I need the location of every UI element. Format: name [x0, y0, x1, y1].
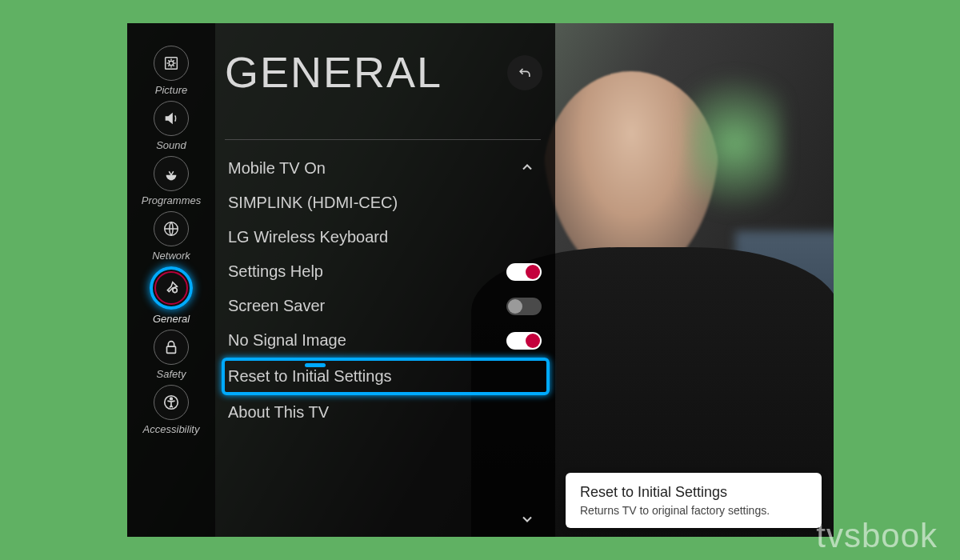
setting-label: About This TV — [228, 403, 329, 422]
setting-about-this-tv[interactable]: About This TV — [222, 395, 550, 430]
general-icon — [150, 266, 193, 310]
screen-saver-toggle[interactable] — [506, 298, 542, 315]
sidebar-item-accessibility[interactable]: Accessibility — [127, 385, 215, 435]
no-signal-image-toggle[interactable] — [506, 332, 542, 350]
sidebar-item-picture[interactable]: Picture — [127, 46, 215, 96]
sidebar-item-label: Network — [152, 250, 190, 262]
svg-point-7 — [170, 398, 173, 400]
sidebar-item-label: Picture — [155, 84, 187, 96]
sidebar-item-programmes[interactable]: Programmes — [127, 156, 215, 206]
svg-point-4 — [173, 288, 178, 293]
scroll-down-icon[interactable] — [519, 511, 535, 531]
sidebar-item-safety[interactable]: Safety — [127, 330, 215, 380]
sidebar-item-label: Sound — [156, 139, 186, 151]
sidebar-item-sound[interactable]: Sound — [127, 101, 215, 151]
sidebar-item-label: Accessibility — [143, 423, 200, 435]
svg-point-1 — [169, 61, 174, 66]
tv-screen: Picture Sound Programmes Network — [127, 23, 834, 537]
svg-rect-5 — [167, 346, 176, 353]
sidebar-item-network[interactable]: Network — [127, 211, 215, 262]
setting-mobile-tv-on[interactable]: Mobile TV On — [222, 151, 550, 186]
network-icon — [154, 211, 189, 246]
setting-label: SIMPLINK (HDMI-CEC) — [228, 194, 398, 212]
setting-simplink[interactable]: SIMPLINK (HDMI-CEC) — [222, 186, 550, 220]
settings-sidebar: Picture Sound Programmes Network — [127, 23, 215, 537]
divider — [225, 139, 541, 140]
tooltip: Reset to Initial Settings Returns TV to … — [566, 473, 822, 528]
setting-lg-wireless-keyboard[interactable]: LG Wireless Keyboard — [222, 220, 550, 254]
back-button[interactable] — [507, 55, 542, 90]
setting-label: No Signal Image — [228, 331, 346, 350]
setting-settings-help[interactable]: Settings Help — [222, 254, 550, 289]
setting-label: Mobile TV On — [228, 159, 326, 178]
lock-icon — [154, 330, 189, 365]
setting-no-signal-image[interactable]: No Signal Image — [222, 323, 550, 358]
picture-icon — [154, 46, 189, 81]
setting-screen-saver[interactable]: Screen Saver — [222, 289, 550, 323]
setting-label: Screen Saver — [228, 297, 325, 315]
setting-reset-to-initial[interactable]: Reset to Initial Settings — [222, 358, 550, 395]
accessibility-icon — [154, 385, 189, 420]
setting-label: Settings Help — [228, 262, 323, 281]
tooltip-body: Returns TV to original factory settings. — [580, 504, 807, 517]
programmes-icon — [154, 156, 189, 191]
sidebar-item-general[interactable]: General — [127, 266, 215, 325]
sidebar-item-label: Safety — [157, 368, 186, 380]
sidebar-item-label: General — [153, 313, 190, 325]
setting-label: LG Wireless Keyboard — [228, 228, 388, 246]
settings-help-toggle[interactable] — [506, 263, 542, 281]
setting-label: Reset to Initial Settings — [228, 367, 392, 386]
tooltip-title: Reset to Initial Settings — [580, 484, 807, 501]
page-title: GENERAL — [225, 47, 442, 97]
sound-icon — [154, 101, 189, 136]
settings-list: Mobile TV On SIMPLINK (HDMI-CEC) LG Wire… — [222, 151, 550, 430]
decorative-dash — [305, 363, 326, 367]
watermark: tvsbook — [816, 517, 938, 555]
svg-rect-2 — [170, 178, 173, 180]
sidebar-item-label: Programmes — [142, 194, 201, 206]
